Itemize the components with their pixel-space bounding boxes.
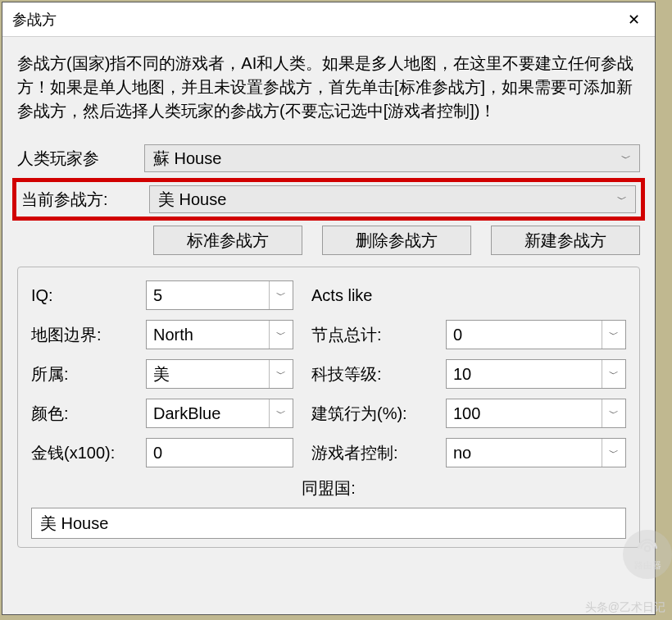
tech-value: 10 <box>453 365 471 384</box>
color-value: DarkBlue <box>153 404 220 423</box>
close-button[interactable]: ✕ <box>615 2 652 37</box>
ally-label: 同盟国: <box>31 477 626 499</box>
chevron-down-icon: ﹀ <box>269 281 286 309</box>
playerctrl-label: 游戏者控制: <box>302 442 438 464</box>
standard-side-button[interactable]: 标准参战方 <box>153 226 302 255</box>
human-player-dropdown[interactable]: 蘇 House ﹀ <box>144 144 640 172</box>
current-side-dropdown[interactable]: 美 House ﹀ <box>149 185 636 213</box>
action-buttons: 标准参战方 删除参战方 新建参战方 <box>17 226 640 255</box>
chevron-down-icon: ﹀ <box>602 321 619 349</box>
chevron-down-icon: ﹀ <box>602 399 619 427</box>
properties-group: IQ: 5 ﹀ Acts like 地图边界: North ﹀ 节点总计: 0 … <box>17 267 640 548</box>
owner-label: 所属: <box>31 363 138 385</box>
playerctrl-value: no <box>453 444 471 463</box>
build-combo[interactable]: 100 ﹀ <box>446 399 626 428</box>
nodes-value: 0 <box>453 326 462 344</box>
chevron-down-icon: ﹀ <box>602 439 619 467</box>
ally-input[interactable]: 美 House <box>31 508 626 539</box>
color-combo[interactable]: DarkBlue ﹀ <box>146 399 293 428</box>
chevron-down-icon: ﹀ <box>269 321 286 349</box>
current-side-value: 美 House <box>158 189 226 211</box>
iq-label: IQ: <box>31 286 138 305</box>
current-side-label: 当前参战方: <box>18 189 149 211</box>
ally-value: 美 House <box>40 513 108 535</box>
human-player-value: 蘇 House <box>153 148 221 170</box>
chevron-down-icon: ﹀ <box>621 152 631 166</box>
build-value: 100 <box>453 404 480 423</box>
money-input[interactable]: 0 <box>146 438 293 467</box>
nodes-combo[interactable]: 0 ﹀ <box>446 320 626 349</box>
new-side-button[interactable]: 新建参战方 <box>491 226 640 255</box>
border-label: 地图边界: <box>31 324 138 346</box>
human-player-row: 人类玩家参 蘇 House ﹀ <box>17 141 640 176</box>
owner-value: 美 <box>153 363 170 385</box>
current-side-row: 当前参战方: 美 House ﹀ <box>12 178 645 221</box>
border-combo[interactable]: North ﹀ <box>146 320 293 349</box>
iq-combo[interactable]: 5 ﹀ <box>146 280 293 310</box>
titlebar: 参战方 ✕ <box>2 2 655 37</box>
build-label: 建筑行为(%): <box>302 403 438 425</box>
playerctrl-combo[interactable]: no ﹀ <box>446 438 626 467</box>
window-title: 参战方 <box>12 10 57 30</box>
nodes-label: 节点总计: <box>302 324 438 346</box>
close-icon: ✕ <box>628 11 640 29</box>
color-label: 颜色: <box>31 403 138 425</box>
money-label: 金钱(x100): <box>31 442 138 464</box>
content-area: 参战方(国家)指不同的游戏者，AI和人类。如果是多人地图，在这里不要建立任何参战… <box>2 37 655 548</box>
actslike-label: Acts like <box>302 286 438 305</box>
description-text: 参战方(国家)指不同的游戏者，AI和人类。如果是多人地图，在这里不要建立任何参战… <box>17 52 640 123</box>
owner-combo[interactable]: 美 ﹀ <box>146 359 293 389</box>
delete-side-button[interactable]: 删除参战方 <box>322 226 471 255</box>
dialog-window: 参战方 ✕ 参战方(国家)指不同的游戏者，AI和人类。如果是多人地图，在这里不要… <box>2 2 656 615</box>
money-value: 0 <box>153 444 162 463</box>
human-player-label: 人类玩家参 <box>17 148 144 170</box>
chevron-down-icon: ﹀ <box>269 399 286 427</box>
border-value: North <box>153 326 193 344</box>
tech-combo[interactable]: 10 ﹀ <box>446 359 626 389</box>
tech-label: 科技等级: <box>302 363 438 385</box>
chevron-down-icon: ﹀ <box>602 360 619 388</box>
chevron-down-icon: ﹀ <box>617 193 627 207</box>
chevron-down-icon: ﹀ <box>269 360 286 388</box>
iq-value: 5 <box>153 286 162 305</box>
